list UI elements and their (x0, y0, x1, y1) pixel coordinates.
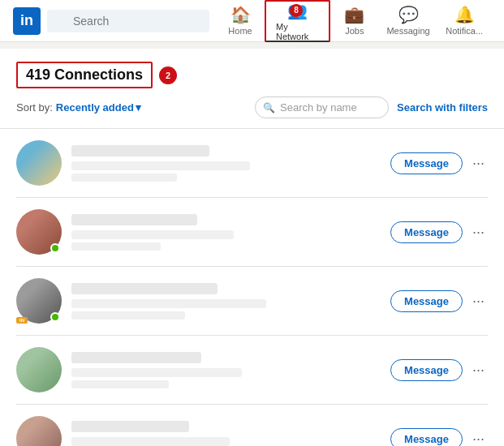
notifications-icon: 🔔 (454, 5, 475, 24)
action-area: Message ··· (390, 358, 488, 382)
nav-label-my-network: My Network (276, 22, 319, 41)
avatar-wrapper (16, 416, 62, 446)
person-name-bar (71, 283, 218, 294)
connections-badge: 2 (159, 66, 177, 84)
search-input[interactable] (47, 10, 209, 32)
connections-title-wrapper: 419 Connections 2 (16, 62, 488, 88)
search-filters-link[interactable]: Search with filters (397, 101, 488, 114)
app-header: in 🔍 🏠 Home 👥 8 My Network 💼 Jobs 💬 Mess… (0, 0, 504, 42)
avatar-wrapper (16, 209, 62, 255)
person-name-bar (71, 145, 209, 157)
more-options-button[interactable]: ··· (469, 289, 488, 313)
connection-item: Message ··· (16, 336, 488, 405)
message-button[interactable]: Message (390, 428, 463, 447)
messaging-icon: 💬 (398, 5, 419, 24)
sort-label: Sort by: (16, 101, 53, 114)
nav-item-messaging[interactable]: 💬 Messaging (379, 0, 437, 42)
action-area: Message ··· (390, 221, 488, 244)
nav-item-notifications[interactable]: 🔔 Notifica... (437, 0, 491, 42)
linkedin-logo[interactable]: in (13, 7, 41, 35)
connections-title: 419 Connections (16, 62, 153, 88)
message-button[interactable]: Message (390, 152, 463, 174)
person-info (71, 283, 381, 319)
person-name-bar (71, 214, 197, 225)
person-detail-bar2 (71, 380, 169, 388)
action-area: Message ··· (390, 152, 488, 175)
nav-label-messaging: Messaging (386, 26, 429, 36)
online-dot (50, 312, 60, 322)
more-options-button[interactable]: ··· (469, 427, 488, 447)
nav-item-jobs[interactable]: 💼 Jobs (330, 0, 379, 42)
connection-item: Message ··· (16, 129, 488, 198)
online-dot (50, 243, 60, 253)
search-wrapper: 🔍 (47, 10, 209, 32)
connection-item: Message ··· (16, 405, 488, 446)
person-detail-bar2 (71, 242, 161, 251)
main-nav: 🏠 Home 👥 8 My Network 💼 Jobs 💬 Messaging… (216, 0, 491, 42)
person-detail-bar (71, 161, 250, 170)
chevron-down-icon: ▾ (136, 101, 141, 114)
nav-item-my-network[interactable]: 👥 8 My Network (265, 0, 330, 42)
nav-label-jobs: Jobs (345, 26, 364, 36)
connections-controls: Sort by: Recently added ▾ 🔍 Search with … (16, 96, 488, 118)
nav-label-home: Home (228, 26, 252, 36)
person-info (71, 214, 381, 251)
more-options-button[interactable]: ··· (469, 221, 488, 244)
person-detail-bar2 (71, 311, 185, 319)
search-name-icon: 🔍 (263, 102, 275, 114)
action-area: Message ··· (390, 289, 488, 313)
message-button[interactable]: Message (390, 290, 463, 312)
action-area: Message ··· (390, 427, 488, 447)
main-content: 419 Connections 2 Sort by: Recently adde… (0, 49, 504, 446)
person-detail-bar (71, 368, 242, 377)
my-network-icon: 👥 8 (287, 1, 308, 20)
avatar-wrapper: IN (16, 278, 62, 324)
avatar-wrapper (16, 140, 62, 186)
avatar (16, 140, 62, 186)
nav-label-notifications: Notifica... (446, 26, 483, 36)
person-info (71, 352, 381, 388)
search-name-wrapper: 🔍 (255, 96, 389, 118)
person-detail-bar (71, 299, 266, 308)
message-button[interactable]: Message (390, 359, 463, 381)
connection-item: Message ··· (16, 198, 488, 267)
more-options-button[interactable]: ··· (469, 152, 488, 175)
nav-item-home[interactable]: 🏠 Home (216, 0, 265, 42)
avatar-wrapper (16, 347, 62, 392)
connections-header: 419 Connections 2 Sort by: Recently adde… (0, 49, 504, 129)
sort-dropdown[interactable]: Recently added ▾ (56, 101, 141, 114)
person-detail-bar2 (71, 174, 177, 182)
premium-badge: IN (16, 317, 28, 324)
sort-value: Recently added (56, 101, 134, 114)
person-info (71, 421, 381, 447)
avatar (16, 347, 62, 392)
message-button[interactable]: Message (390, 221, 463, 243)
person-detail-bar (71, 230, 234, 239)
person-info (71, 145, 381, 182)
connection-list: Message ··· Message ··· IN Message (0, 129, 504, 446)
jobs-icon: 💼 (344, 5, 364, 24)
avatar (16, 416, 62, 446)
person-name-bar (71, 352, 201, 363)
home-icon: 🏠 (230, 5, 251, 24)
more-options-button[interactable]: ··· (469, 358, 488, 382)
person-detail-bar (71, 437, 230, 446)
sort-by-area: Sort by: Recently added ▾ (16, 101, 141, 114)
person-name-bar (71, 421, 189, 432)
connection-item: IN Message ··· (16, 267, 488, 336)
network-badge: 8 (290, 4, 303, 17)
search-filter-area: 🔍 Search with filters (255, 96, 488, 118)
